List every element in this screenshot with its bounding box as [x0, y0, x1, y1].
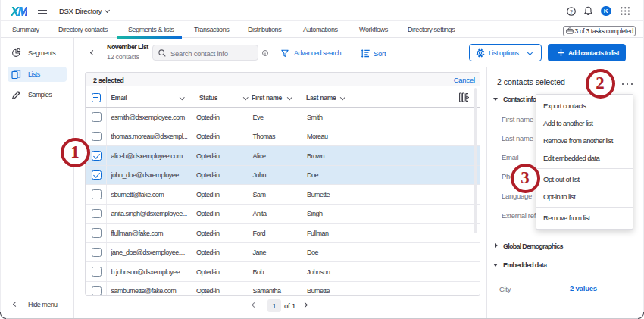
svg-text:?: ? — [570, 8, 574, 15]
